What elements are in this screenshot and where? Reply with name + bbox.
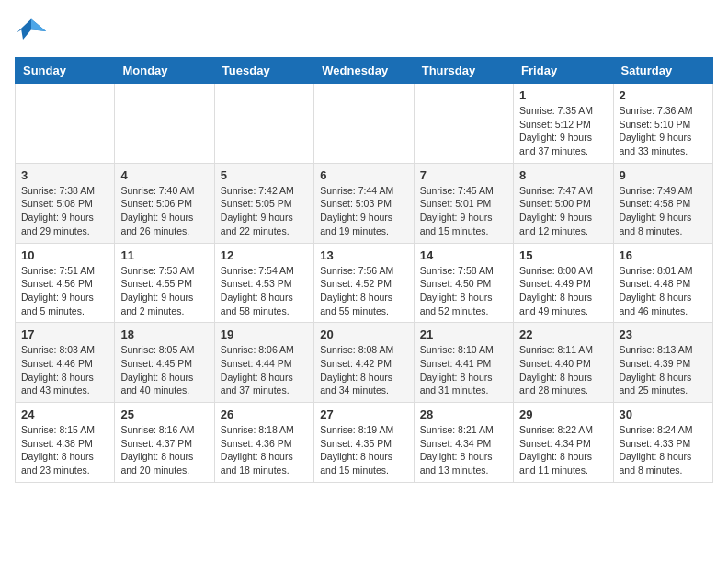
day-number: 29 (519, 408, 607, 421)
calendar-cell: 30Sunrise: 8:24 AM Sunset: 4:33 PM Dayli… (613, 403, 712, 483)
day-number: 2 (620, 88, 707, 102)
calendar-cell: 15Sunrise: 8:00 AM Sunset: 4:49 PM Dayli… (514, 243, 613, 323)
day-number: 11 (120, 248, 208, 262)
day-number: 9 (620, 168, 707, 182)
calendar-cell: 28Sunrise: 8:21 AM Sunset: 4:34 PM Dayli… (414, 403, 513, 483)
weekday-header: Sunday (16, 58, 115, 84)
calendar-cell: 1Sunrise: 7:35 AM Sunset: 5:12 PM Daylig… (514, 84, 613, 164)
day-info: Sunrise: 7:45 AM Sunset: 5:01 PM Dayligh… (420, 184, 507, 238)
day-info: Sunrise: 7:35 AM Sunset: 5:12 PM Dayligh… (519, 104, 607, 158)
day-number: 5 (221, 168, 308, 182)
logo-icon (15, 15, 48, 48)
weekday-header: Wednesday (314, 58, 414, 84)
day-number: 30 (620, 408, 707, 421)
calendar-cell: 14Sunrise: 7:58 AM Sunset: 4:50 PM Dayli… (414, 243, 513, 323)
day-number: 3 (21, 168, 108, 182)
calendar-header-row: SundayMondayTuesdayWednesdayThursdayFrid… (16, 58, 713, 84)
calendar-cell: 27Sunrise: 8:19 AM Sunset: 4:35 PM Dayli… (314, 403, 414, 483)
weekday-header: Thursday (414, 58, 513, 84)
day-number: 1 (519, 88, 607, 102)
day-info: Sunrise: 8:00 AM Sunset: 4:49 PM Dayligh… (519, 264, 607, 318)
calendar-week-row: 3Sunrise: 7:38 AM Sunset: 5:08 PM Daylig… (16, 163, 713, 243)
day-info: Sunrise: 8:18 AM Sunset: 4:36 PM Dayligh… (221, 423, 308, 477)
calendar-cell: 4Sunrise: 7:40 AM Sunset: 5:06 PM Daylig… (115, 163, 214, 243)
day-info: Sunrise: 7:54 AM Sunset: 4:53 PM Dayligh… (221, 264, 308, 318)
calendar-week-row: 1Sunrise: 7:35 AM Sunset: 5:12 PM Daylig… (16, 84, 713, 164)
day-number: 28 (420, 408, 507, 421)
day-number: 20 (320, 327, 407, 341)
day-number: 24 (21, 408, 108, 421)
weekday-header: Monday (115, 58, 214, 84)
calendar-cell: 19Sunrise: 8:06 AM Sunset: 4:44 PM Dayli… (214, 323, 313, 403)
day-info: Sunrise: 7:58 AM Sunset: 4:50 PM Dayligh… (420, 264, 507, 318)
day-info: Sunrise: 8:06 AM Sunset: 4:44 PM Dayligh… (221, 343, 308, 397)
calendar-cell: 21Sunrise: 8:10 AM Sunset: 4:41 PM Dayli… (414, 323, 513, 403)
calendar-week-row: 17Sunrise: 8:03 AM Sunset: 4:46 PM Dayli… (16, 323, 713, 403)
day-info: Sunrise: 7:56 AM Sunset: 4:52 PM Dayligh… (320, 264, 407, 318)
weekday-header: Saturday (613, 58, 712, 84)
day-info: Sunrise: 7:51 AM Sunset: 4:56 PM Dayligh… (21, 264, 108, 318)
day-number: 16 (620, 248, 707, 262)
calendar-cell: 24Sunrise: 8:15 AM Sunset: 4:38 PM Dayli… (16, 403, 115, 483)
page-header (15, 15, 713, 48)
day-number: 4 (120, 168, 208, 182)
calendar-cell: 2Sunrise: 7:36 AM Sunset: 5:10 PM Daylig… (613, 84, 712, 164)
day-info: Sunrise: 8:13 AM Sunset: 4:39 PM Dayligh… (620, 343, 707, 397)
day-number: 27 (320, 408, 407, 421)
day-number: 12 (221, 248, 308, 262)
day-info: Sunrise: 7:38 AM Sunset: 5:08 PM Dayligh… (21, 184, 108, 238)
calendar-cell: 11Sunrise: 7:53 AM Sunset: 4:55 PM Dayli… (115, 243, 214, 323)
calendar-week-row: 24Sunrise: 8:15 AM Sunset: 4:38 PM Dayli… (16, 403, 713, 483)
calendar-cell (115, 84, 214, 164)
day-number: 22 (519, 327, 607, 341)
calendar-cell: 9Sunrise: 7:49 AM Sunset: 4:58 PM Daylig… (613, 163, 712, 243)
day-number: 7 (420, 168, 507, 182)
day-info: Sunrise: 8:01 AM Sunset: 4:48 PM Dayligh… (620, 264, 707, 318)
day-number: 6 (320, 168, 407, 182)
calendar-cell: 3Sunrise: 7:38 AM Sunset: 5:08 PM Daylig… (16, 163, 115, 243)
day-number: 21 (420, 327, 507, 341)
calendar-cell: 5Sunrise: 7:42 AM Sunset: 5:05 PM Daylig… (214, 163, 313, 243)
day-info: Sunrise: 7:44 AM Sunset: 5:03 PM Dayligh… (320, 184, 407, 238)
calendar-cell: 12Sunrise: 7:54 AM Sunset: 4:53 PM Dayli… (214, 243, 313, 323)
calendar-cell: 16Sunrise: 8:01 AM Sunset: 4:48 PM Dayli… (613, 243, 712, 323)
calendar-cell: 29Sunrise: 8:22 AM Sunset: 4:34 PM Dayli… (514, 403, 613, 483)
calendar-cell: 22Sunrise: 8:11 AM Sunset: 4:40 PM Dayli… (514, 323, 613, 403)
day-info: Sunrise: 8:08 AM Sunset: 4:42 PM Dayligh… (320, 343, 407, 397)
day-info: Sunrise: 7:36 AM Sunset: 5:10 PM Dayligh… (620, 104, 707, 158)
calendar-cell: 26Sunrise: 8:18 AM Sunset: 4:36 PM Dayli… (214, 403, 313, 483)
calendar-cell (16, 84, 115, 164)
day-info: Sunrise: 8:15 AM Sunset: 4:38 PM Dayligh… (21, 423, 108, 477)
calendar-cell: 13Sunrise: 7:56 AM Sunset: 4:52 PM Dayli… (314, 243, 414, 323)
day-info: Sunrise: 8:11 AM Sunset: 4:40 PM Dayligh… (519, 343, 607, 397)
day-number: 13 (320, 248, 407, 262)
calendar-cell: 6Sunrise: 7:44 AM Sunset: 5:03 PM Daylig… (314, 163, 414, 243)
day-number: 19 (221, 327, 308, 341)
calendar-cell: 8Sunrise: 7:47 AM Sunset: 5:00 PM Daylig… (514, 163, 613, 243)
day-info: Sunrise: 8:24 AM Sunset: 4:33 PM Dayligh… (620, 423, 707, 477)
day-number: 18 (120, 327, 208, 341)
calendar-cell: 23Sunrise: 8:13 AM Sunset: 4:39 PM Dayli… (613, 323, 712, 403)
day-info: Sunrise: 7:49 AM Sunset: 4:58 PM Dayligh… (620, 184, 707, 238)
day-info: Sunrise: 7:47 AM Sunset: 5:00 PM Dayligh… (519, 184, 607, 238)
day-info: Sunrise: 8:19 AM Sunset: 4:35 PM Dayligh… (320, 423, 407, 477)
day-info: Sunrise: 8:16 AM Sunset: 4:37 PM Dayligh… (120, 423, 208, 477)
calendar-cell (214, 84, 313, 164)
calendar-cell (314, 84, 414, 164)
day-number: 26 (221, 408, 308, 421)
calendar-cell: 18Sunrise: 8:05 AM Sunset: 4:45 PM Dayli… (115, 323, 214, 403)
svg-marker-1 (31, 19, 46, 32)
day-number: 25 (120, 408, 208, 421)
day-number: 10 (21, 248, 108, 262)
day-info: Sunrise: 7:53 AM Sunset: 4:55 PM Dayligh… (120, 264, 208, 318)
day-number: 23 (620, 327, 707, 341)
calendar-week-row: 10Sunrise: 7:51 AM Sunset: 4:56 PM Dayli… (16, 243, 713, 323)
day-info: Sunrise: 8:05 AM Sunset: 4:45 PM Dayligh… (120, 343, 208, 397)
day-info: Sunrise: 8:22 AM Sunset: 4:34 PM Dayligh… (519, 423, 607, 477)
calendar-cell: 7Sunrise: 7:45 AM Sunset: 5:01 PM Daylig… (414, 163, 513, 243)
calendar-cell: 10Sunrise: 7:51 AM Sunset: 4:56 PM Dayli… (16, 243, 115, 323)
day-info: Sunrise: 8:03 AM Sunset: 4:46 PM Dayligh… (21, 343, 108, 397)
day-number: 15 (519, 248, 607, 262)
weekday-header: Friday (514, 58, 613, 84)
logo (15, 15, 51, 48)
